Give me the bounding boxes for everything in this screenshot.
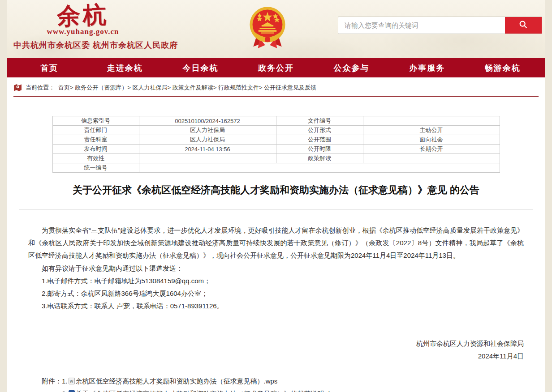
- attachments-label: 附件：: [42, 375, 62, 388]
- docx-file-icon: W: [69, 390, 75, 392]
- table-row: 责任科室区人力社保局公开范围面向社会: [52, 135, 500, 145]
- table-value-cell: [363, 154, 500, 163]
- table-label-cell: 统一编号: [52, 163, 139, 173]
- breadcrumb: 当前位置： 首页> 政务公开（资源库）> 区人力社保局> 政策文件及解读> 行政…: [13, 77, 539, 97]
- page-title: 关于公开征求《余杭区低空经济高技能人才奖励和资助实施办法（征求意见稿）》意见 的…: [40, 183, 512, 197]
- table-value-cell: [139, 163, 500, 173]
- breadcrumb-links: 首页> 政务公开（资源库）> 区人力社保局> 政策文件及解读> 行政规范性文件>…: [58, 84, 316, 92]
- signature-org: 杭州市余杭区人力资源和社会保障局: [28, 337, 524, 350]
- nav-item-7[interactable]: 畅游余杭: [465, 58, 540, 77]
- nav-item-3[interactable]: 今日余杭: [163, 58, 238, 77]
- table-value-cell: 面向社会: [363, 135, 500, 145]
- table-row: 责任部门区人力社保局公开形式主动公开: [52, 126, 500, 135]
- channel-item: 2.邮寄方式：余杭区凤新路366号瑞鸿大厦1604办公室；: [28, 287, 524, 300]
- nav-item-6[interactable]: 办事服务: [389, 58, 465, 77]
- breadcrumb-link[interactable]: 公开征求意见及反馈: [264, 84, 316, 91]
- table-value-cell: [139, 154, 276, 163]
- table-label-cell: 责任部门: [52, 126, 139, 135]
- search-box: [338, 17, 542, 34]
- channel-item: 1.电子邮件方式：电子邮箱地址为513084159@qq.com；: [28, 275, 524, 287]
- nav-item-2[interactable]: 走进余杭: [87, 58, 163, 77]
- table-label-cell: 发布时间: [52, 145, 139, 154]
- search-button[interactable]: [505, 17, 542, 34]
- table-value-cell: 长期公开: [363, 145, 500, 154]
- table-value-cell: 2024-11-04 13:56: [139, 145, 276, 154]
- logo-calligraphy: 余杭: [13, 0, 153, 31]
- table-value-cell: 002510100/2024-162572: [139, 116, 276, 126]
- breadcrumb-link[interactable]: 区人力社保局: [132, 84, 167, 91]
- attachments: 附件：1.w余杭区低空经济高技能人才奖励和资助实施办法（征求意见稿）.wps2.…: [28, 375, 524, 392]
- breadcrumb-link[interactable]: 政策文件及解读: [172, 84, 213, 91]
- table-label-cell: 有效性: [52, 154, 139, 163]
- signature-block: 杭州市余杭区人力资源和社会保障局 2024年11月4日: [28, 337, 524, 362]
- document-info-table: 信息索引号002510100/2024-162572文件编号责任部门区人力社保局…: [52, 116, 500, 173]
- table-row: 有效性政策解读: [52, 154, 500, 163]
- table-label-cell: 责任科室: [52, 135, 139, 145]
- table-label-cell: 公开范围: [276, 135, 363, 145]
- table-row: 统一编号: [52, 163, 500, 173]
- table-row: 信息索引号002510100/2024-162572文件编号: [52, 116, 500, 126]
- breadcrumb-link[interactable]: 首页: [58, 84, 70, 91]
- table-value-cell: 区人力社保局: [139, 126, 276, 135]
- table-label-cell: 公开时限: [276, 145, 363, 154]
- breadcrumb-separator: >: [213, 84, 218, 91]
- site-header: 余杭 www.yuhang.gov.cn 中共杭州市余杭区委 杭州市余杭区人民政…: [7, 0, 545, 58]
- table-label-cell: 文件编号: [276, 116, 363, 126]
- table-label-cell: 公开形式: [276, 126, 363, 135]
- site-logo[interactable]: 余杭 www.yuhang.gov.cn 中共杭州市余杭区委 杭州市余杭区人民政…: [13, 3, 152, 51]
- wps-file-icon: w: [69, 378, 75, 384]
- breadcrumb-link[interactable]: 行政规范性文件: [218, 84, 259, 91]
- search-input[interactable]: [338, 17, 505, 34]
- breadcrumb-link[interactable]: 政务公开（资源库）: [75, 84, 127, 91]
- table-value-cell: 区人力社保局: [139, 135, 276, 145]
- breadcrumb-separator: >: [259, 84, 264, 91]
- article-body: 为贯彻落实全省“三支队伍”建设总体要求，进一步优化人才发展环境，更好吸引技能人才…: [19, 209, 533, 392]
- nav-item-1[interactable]: 首页: [12, 58, 87, 77]
- nav-item-4[interactable]: 政务公开: [238, 58, 314, 77]
- search-icon: [518, 20, 528, 31]
- attachment-number: 1.: [62, 375, 68, 388]
- table-value-cell: [363, 116, 500, 126]
- attachment-row: 附件：1.w余杭区低空经济高技能人才奖励和资助实施办法（征求意见稿）.wps: [42, 375, 524, 388]
- table-label-cell: 政策解读: [276, 154, 363, 163]
- main-area: 当前位置： 首页> 政务公开（资源库）> 区人力社保局> 政策文件及解读> 行政…: [7, 77, 545, 392]
- article-paragraph: 为贯彻落实全省“三支队伍”建设总体要求，进一步优化人才发展环境，更好吸引技能人才…: [28, 224, 524, 262]
- table-row: 发布时间2024-11-04 13:56公开时限长期公开: [52, 145, 500, 154]
- nav-item-5[interactable]: 公众参与: [314, 58, 389, 77]
- breadcrumb-separator: >: [70, 84, 75, 91]
- national-emblem-icon: [248, 3, 287, 47]
- table-label-cell: 信息索引号: [52, 116, 139, 126]
- attachment-number: 2.: [62, 388, 68, 392]
- main-nav: 首页走进余杭今日余杭政务公开公众参与办事服务畅游余杭: [7, 58, 545, 77]
- table-value-cell: 主动公开: [363, 126, 500, 135]
- location-map-icon: [13, 84, 22, 92]
- breadcrumb-separator: >: [167, 84, 172, 91]
- attachment-row: 2.W关于《余杭区低空经济高技能人才奖励和资助实施办法（征求意见稿）》的起草说明…: [42, 388, 524, 392]
- breadcrumb-separator: >: [127, 84, 132, 91]
- feedback-channel-list: 1.电子邮件方式：电子邮箱地址为513084159@qq.com；2.邮寄方式：…: [28, 275, 524, 312]
- attachment-link[interactable]: 余杭区低空经济高技能人才奖励和资助实施办法（征求意见稿）.wps: [76, 375, 278, 388]
- signature-date: 2024年11月4日: [28, 350, 524, 362]
- attachment-link[interactable]: 关于《余杭区低空经济高技能人才奖励和资助实施办法（征求意见稿）》的起草说明.do…: [76, 388, 341, 392]
- page: 余杭 www.yuhang.gov.cn 中共杭州市余杭区委 杭州市余杭区人民政…: [7, 0, 545, 392]
- breadcrumb-prefix: 当前位置：: [26, 84, 55, 92]
- org-title: 中共杭州市余杭区委 杭州市余杭区人民政府: [13, 40, 152, 51]
- article-paragraph: 如有异议请于征求意见期内通过以下渠道发送：: [28, 262, 524, 275]
- channel-item: 3.电话联系方式：联系人 卢宠，联系电话：0571-89391126。: [28, 300, 524, 312]
